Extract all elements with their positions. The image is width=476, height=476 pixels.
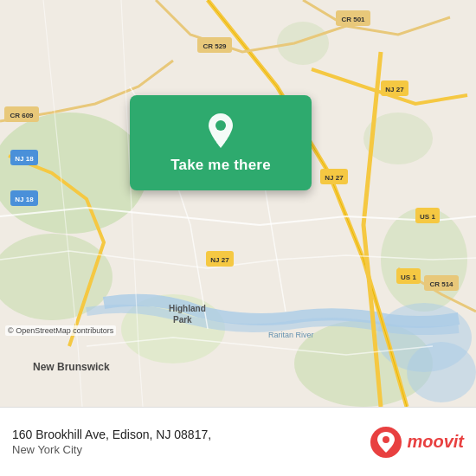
bottom-info-bar: 160 Brookhill Ave, Edison, NJ 08817, New… bbox=[0, 407, 476, 476]
svg-text:New Brunswick: New Brunswick bbox=[33, 361, 110, 373]
moovit-icon bbox=[370, 427, 402, 458]
svg-point-9 bbox=[407, 342, 476, 402]
svg-text:Highland: Highland bbox=[169, 304, 206, 313]
moovit-logo: moovit bbox=[370, 427, 464, 458]
osm-attribution: © OpenStreetMap contributors bbox=[5, 325, 116, 336]
svg-text:Raritan River: Raritan River bbox=[268, 331, 314, 339]
svg-text:CR 609: CR 609 bbox=[10, 112, 34, 119]
take-me-there-button[interactable]: Take me there bbox=[130, 95, 312, 190]
location-pin-icon bbox=[203, 112, 238, 150]
svg-text:CR 514: CR 514 bbox=[429, 280, 453, 288]
address-text: 160 Brookhill Ave, Edison, NJ 08817, bbox=[12, 428, 211, 441]
svg-point-38 bbox=[383, 436, 389, 443]
svg-text:NJ 27: NJ 27 bbox=[325, 174, 344, 182]
svg-text:NJ 27: NJ 27 bbox=[210, 256, 229, 264]
svg-text:CR 501: CR 501 bbox=[341, 16, 365, 23]
address-section: 160 Brookhill Ave, Edison, NJ 08817, New… bbox=[12, 428, 211, 456]
svg-text:Park: Park bbox=[173, 315, 192, 325]
svg-point-36 bbox=[215, 120, 226, 131]
svg-text:CR 529: CR 529 bbox=[203, 42, 227, 50]
svg-text:NJ 18: NJ 18 bbox=[15, 155, 34, 163]
city-text: New York City bbox=[12, 443, 211, 456]
svg-text:US 1: US 1 bbox=[401, 273, 416, 281]
map-area: NJ 27 NJ 27 US 1 US 1 NJ 18 NJ 18 CR 529… bbox=[0, 0, 476, 407]
moovit-name: moovit bbox=[407, 432, 464, 452]
take-me-there-label: Take me there bbox=[170, 157, 271, 174]
svg-point-7 bbox=[277, 22, 329, 65]
svg-text:NJ 27: NJ 27 bbox=[385, 86, 404, 93]
svg-text:US 1: US 1 bbox=[420, 213, 435, 221]
svg-text:NJ 18: NJ 18 bbox=[15, 196, 34, 203]
